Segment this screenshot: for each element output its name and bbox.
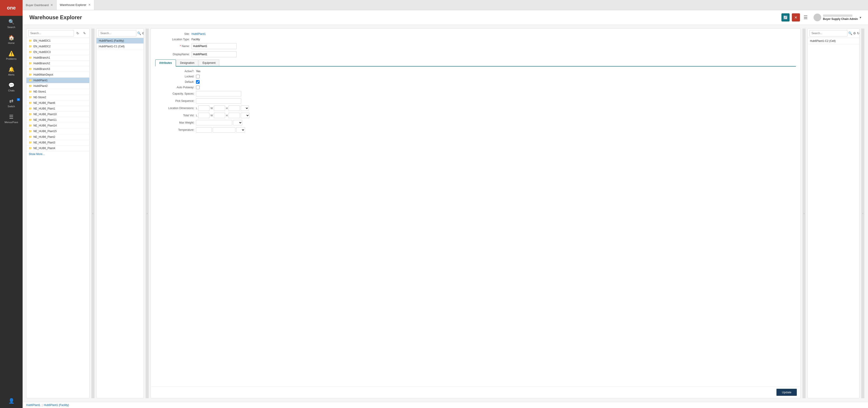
app-logo[interactable]: one (0, 0, 23, 16)
breadcrumb-item-2[interactable]: Hub6Plant1 (Facility) (44, 404, 69, 407)
list-item[interactable]: 📁 Hub6Plant2 (26, 83, 89, 89)
list-item[interactable]: 📁 NE_HUB6_Plant4 (26, 146, 89, 151)
list-item[interactable]: 📁 NE_HUB6_Plant14 (26, 123, 89, 128)
tab-equipment[interactable]: Equipment (199, 60, 219, 66)
sidebar-item-menus-favs[interactable]: ☰ Menus/Favs (0, 111, 23, 127)
detail-panel: Site: Hub6Plant1 Location Type: Facility… (151, 29, 801, 398)
show-more-link[interactable]: Show More... (26, 151, 89, 157)
folder-icon: 📁 (29, 107, 32, 110)
list-item[interactable]: 📁 Hub6Branch2 (26, 61, 89, 66)
folder-icon: 📁 (29, 73, 32, 76)
list-item[interactable]: 📁 NE_HUB6_Plant3 (26, 140, 89, 146)
site-value[interactable]: Hub6Plant1 (191, 32, 206, 35)
sidebar-item-problems[interactable]: ⚠️ Problems (0, 48, 23, 63)
default-checkbox[interactable] (196, 80, 199, 84)
menu-icon: ☰ (9, 114, 13, 120)
right-far-handle[interactable]: › (861, 29, 864, 398)
close-button[interactable]: ✕ (792, 13, 800, 22)
temperature-min-input[interactable] (196, 127, 212, 133)
name-input[interactable] (191, 43, 237, 49)
middle-list-item-facility[interactable]: Hub6Plant1 (Facility) (96, 38, 144, 44)
refresh-button[interactable]: 🔄 (781, 13, 789, 22)
left-panel-edit-btn[interactable]: ✎ (82, 30, 88, 36)
right-panel-settings-btn[interactable]: ⚙ (853, 30, 856, 36)
total-vol-w-label: W (211, 114, 213, 117)
sidebar-item-profile[interactable]: 👤 (8, 395, 14, 408)
middle-panel-search[interactable] (98, 30, 136, 36)
temperature-group: °F °C (196, 127, 245, 133)
close-buyer-dashboard-tab[interactable]: ✕ (51, 3, 53, 7)
middle-detail-handle[interactable]: › (146, 29, 149, 398)
list-item[interactable]: 📁 NE_HUB6_Plant15 (26, 128, 89, 134)
name-label: Name: (155, 45, 191, 48)
page-header: Warehouse Explorer 🔄 ✕ ☰ Buyer Supply Ch… (23, 10, 868, 25)
list-item[interactable]: 📁 Hub6Branch3 (26, 66, 89, 72)
middle-list-item-cell[interactable]: Hub6Plant1-C1 (Cell) (96, 44, 144, 49)
right-panel-refresh-btn[interactable]: ↻ (857, 30, 860, 36)
left-panel-search[interactable] (28, 30, 74, 36)
right-panel-search[interactable] (809, 30, 847, 36)
chat-icon: 💬 (8, 82, 14, 88)
left-panel-refresh-btn[interactable]: ↻ (75, 30, 81, 36)
locked-row: Locked: (155, 75, 796, 78)
pick-sequence-input[interactable] (196, 98, 241, 104)
update-button[interactable]: Update (776, 389, 797, 396)
capacity-spaces-input[interactable] (196, 91, 241, 96)
list-item-selected[interactable]: 📁 Hub6Plant1 (26, 78, 89, 83)
dim-w-input[interactable] (214, 106, 225, 111)
list-item[interactable]: 📁 EN_Hub6DC2 (26, 44, 89, 49)
total-vol-h-input[interactable] (228, 113, 240, 118)
display-name-input[interactable] (191, 51, 237, 57)
list-item[interactable]: 📁 NE_HUB6_Plant10 (26, 112, 89, 117)
temperature-max-input[interactable] (213, 127, 235, 133)
sidebar-item-switch[interactable]: ⇄ Switch ≡ (0, 95, 23, 111)
user-dropdown-arrow[interactable]: ▾ (860, 16, 861, 19)
list-item[interactable]: 📁 NE-Store2 (26, 95, 89, 100)
list-item[interactable]: 📁 NE_HUB6_Plant1 (26, 106, 89, 112)
max-weight-input[interactable] (196, 120, 232, 125)
total-vol-group: L W H ft³ m³ (196, 113, 250, 118)
list-item[interactable]: 📁 Hub6Branch1 (26, 55, 89, 61)
location-type-field-row: Location Type: Facility (155, 38, 796, 41)
auto-putaway-checkbox[interactable] (196, 86, 199, 89)
list-item[interactable]: 📁 EN_Hub6DC1 (26, 38, 89, 44)
dim-h-input[interactable] (228, 106, 240, 111)
total-vol-unit-select[interactable]: ft³ m³ (241, 113, 250, 118)
temperature-unit-select[interactable]: °F °C (236, 127, 245, 133)
folder-icon: 📁 (29, 141, 32, 144)
max-weight-unit-select[interactable]: lbs kg (233, 120, 242, 125)
total-vol-l-input[interactable] (198, 113, 210, 118)
hamburger-menu-button[interactable]: ☰ (802, 13, 809, 22)
dim-l-input[interactable] (198, 106, 210, 111)
list-item[interactable]: 📁 NE_HUB6_Plant2 (26, 134, 89, 140)
capacity-spaces-label: Capacity, Spaces: (155, 92, 196, 95)
middle-panel-settings-btn[interactable]: ⚙ (142, 30, 144, 36)
right-panel-search-btn[interactable]: 🔍 (848, 30, 852, 36)
left-middle-handle[interactable]: › (91, 29, 94, 398)
middle-panel: 🔍 ⚙ ↻ ✕ Hub6Plant1 (Facility) Hub6Plant1… (96, 29, 144, 398)
folder-icon: 📁 (29, 56, 32, 59)
list-item[interactable]: 📁 NE-Store1 (26, 89, 89, 95)
close-warehouse-explorer-tab[interactable]: ✕ (88, 3, 91, 6)
right-panel-item[interactable]: Hub6Plant1-C2 (Cell) (808, 38, 859, 44)
location-dimensions-row: Location Dimensions: L W H (155, 106, 796, 111)
tab-buyer-dashboard[interactable]: Buyer Dashboard ✕ (23, 0, 57, 10)
sidebar-item-search[interactable]: 🔍 Search (0, 16, 23, 32)
list-item[interactable]: 📁 EN_Hub6DC3 (26, 49, 89, 55)
tab-attributes[interactable]: Attributes (155, 60, 176, 66)
folder-icon: 📁 (29, 79, 32, 82)
middle-panel-search-btn[interactable]: 🔍 (137, 30, 141, 36)
dim-unit-select[interactable]: ft in m (241, 106, 249, 111)
list-item[interactable]: 📁 NE_HUB6_Plant11 (26, 117, 89, 123)
sidebar-item-home[interactable]: 🏠 Home (0, 32, 23, 48)
list-item[interactable]: 📁 NE_HUB6_Plant6 (26, 100, 89, 106)
tab-warehouse-explorer[interactable]: Warehouse Explorer ✕ (57, 0, 94, 10)
list-item[interactable]: 📁 Hub6MainDepot (26, 72, 89, 78)
sidebar-item-alerts[interactable]: 🔔 Alerts (0, 63, 23, 79)
locked-checkbox[interactable] (196, 75, 199, 78)
total-vol-w-input[interactable] (214, 113, 225, 118)
detail-right-handle[interactable]: › (802, 29, 806, 398)
tab-designation[interactable]: Designation (176, 60, 198, 66)
breadcrumb-item-1[interactable]: Hub6Plant1 (26, 404, 40, 407)
sidebar-item-chats[interactable]: 💬 Chats (0, 79, 23, 95)
